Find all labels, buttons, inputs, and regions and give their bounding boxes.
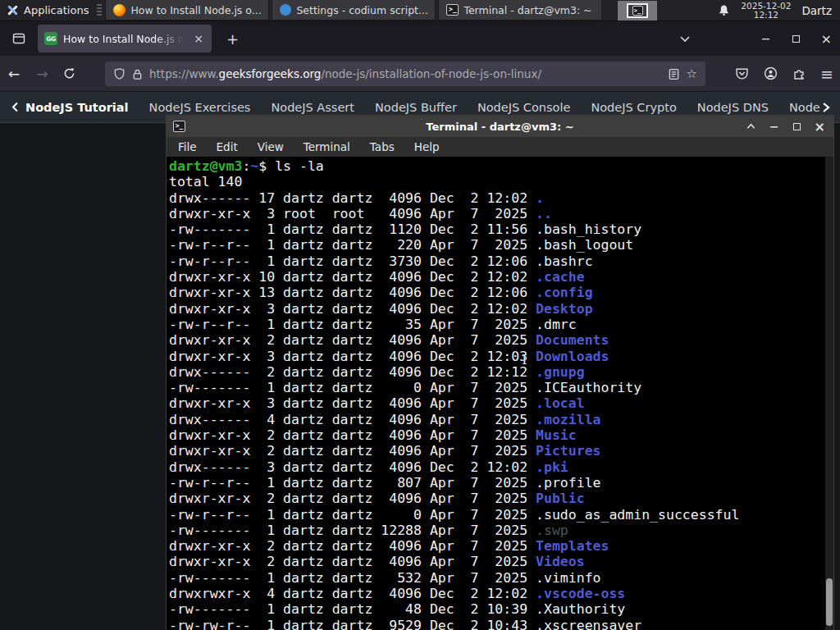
new-tab-button[interactable]: + — [220, 29, 245, 49]
window-minimize-button[interactable]: − — [761, 32, 771, 45]
terminal-prompt-line: dartz@vm3:~$ ls -la — [169, 158, 833, 174]
prompt-cwd: ~ — [250, 158, 258, 174]
terminal-menu-bar: File Edit View Terminal Tabs Help — [167, 137, 833, 157]
app-menu-hamburger-icon[interactable]: ≡ — [820, 65, 833, 83]
reader-mode-icon[interactable] — [668, 68, 680, 80]
terminal-listing: drwx------ 17 dartz dartz 4096 Dec 2 12:… — [169, 190, 833, 630]
tab-close-icon[interactable]: × — [192, 32, 205, 45]
terminal-scrollbar[interactable] — [825, 157, 833, 630]
terminal-window: >_ Terminal - dartz@vm3: ~ − × File Edit… — [166, 115, 834, 630]
menu-help[interactable]: Help — [414, 140, 440, 153]
mouse-text-cursor: I — [522, 351, 527, 368]
terminal-ls-row: -rw-rw-r-- 1 dartz dartz 9529 Dec 2 10:4… — [169, 618, 833, 630]
list-all-tabs-icon[interactable] — [679, 35, 691, 43]
terminal-ls-row: drwxr-xr-x 2 dartz dartz 4096 Apr 7 2025… — [169, 427, 833, 443]
nav-link-truncated[interactable]: Node — [789, 101, 830, 114]
terminal-ls-row: -rw------- 1 dartz dartz 1120 Dec 2 11:5… — [169, 221, 833, 237]
firefox-nav-toolbar: ← → https://www.geeksforgeeks.org/node-j… — [0, 56, 840, 92]
terminal-ls-row: -rw------- 1 dartz dartz 48 Dec 2 10:39 … — [169, 601, 833, 617]
terminal-ls-row: -rw-r--r-- 1 dartz dartz 807 Apr 7 2025 … — [169, 475, 833, 491]
nav-link-nodejs-dns[interactable]: NodeJS DNS — [697, 101, 769, 114]
bookmark-star-icon[interactable]: ☆ — [687, 66, 697, 81]
reload-button[interactable] — [57, 64, 82, 83]
panel-clock[interactable]: 2025-12-02 12:12 — [741, 2, 791, 20]
panel-grip — [97, 4, 102, 17]
menu-file[interactable]: File — [178, 140, 197, 153]
applications-menu-button[interactable]: Applications — [0, 0, 95, 21]
terminal-ls-row: drwx------ 2 dartz dartz 4096 Dec 2 12:1… — [169, 364, 833, 380]
applications-label: Applications — [24, 4, 89, 16]
terminal-ls-row: -rw------- 1 dartz dartz 12288 Apr 7 202… — [169, 523, 833, 538]
prompt-user-host: dartz@vm3 — [169, 158, 242, 174]
terminal-scrollbar-thumb[interactable] — [826, 578, 833, 626]
terminal-ls-row: drwxr-xr-x 2 dartz dartz 4096 Apr 7 2025… — [169, 332, 833, 348]
terminal-ls-row: -rw-r--r-- 1 dartz dartz 3730 Dec 2 12:0… — [169, 253, 833, 269]
terminal-output[interactable]: dartz@vm3:~$ ls -la total 140 drwx------… — [167, 157, 833, 630]
nav-link-nodejs-crypto[interactable]: NodeJS Crypto — [591, 101, 676, 114]
terminal-ls-row: drwxr-xr-x 2 dartz dartz 4096 Apr 7 2025… — [169, 491, 833, 506]
nav-link-nodejs-console[interactable]: NodeJS Console — [477, 101, 571, 114]
terminal-maximize-button[interactable] — [793, 123, 801, 130]
workspace-switcher[interactable]: >_ — [618, 1, 657, 21]
terminal-ls-row: drwxr-xr-x 10 dartz dartz 4096 Dec 2 12:… — [169, 269, 833, 285]
top-panel: Applications How to Install Node.js o...… — [0, 0, 840, 21]
menu-terminal[interactable]: Terminal — [304, 140, 350, 153]
terminal-ls-row: drwxr-xr-x 3 dartz dartz 4096 Apr 7 2025… — [169, 395, 833, 411]
back-button[interactable]: ← — [0, 62, 28, 85]
shade-window-icon[interactable] — [746, 123, 756, 130]
notification-bell-icon[interactable] — [718, 4, 730, 16]
menu-view[interactable]: View — [258, 140, 284, 153]
extensions-icon[interactable] — [792, 67, 806, 80]
nav-link-nodejs-buffer[interactable]: NodeJS Buffer — [375, 101, 457, 114]
prompt-command: $ ls -la — [258, 158, 323, 174]
terminal-icon: >_ — [173, 121, 185, 132]
applications-icon — [7, 4, 19, 16]
terminal-ls-row: drwxr-xr-x 2 dartz dartz 4096 Apr 7 2025… — [169, 538, 833, 554]
terminal-icon: >_ — [446, 4, 459, 16]
terminal-ls-row: drwxr-xr-x 2 dartz dartz 4096 Apr 7 2025… — [169, 443, 833, 459]
browser-tab-active[interactable]: GG How to Install Node.js on × — [38, 25, 212, 52]
terminal-close-button[interactable]: × — [815, 119, 825, 135]
nav-link-nodejs-tutorial[interactable]: NodeJS Tutorial — [11, 101, 129, 114]
terminal-total-line: total 140 — [169, 174, 833, 189]
nav-link-nodejs-assert[interactable]: NodeJS Assert — [271, 101, 354, 114]
terminal-ls-row: drwxr-xr-x 3 dartz dartz 4096 Dec 2 12:0… — [169, 301, 833, 317]
codium-icon — [280, 4, 291, 16]
terminal-ls-row: drwxr-xr-x 3 root root 4096 Apr 7 2025 .… — [169, 206, 833, 221]
terminal-ls-row: drwx------ 4 dartz dartz 4096 Apr 7 2025… — [169, 412, 833, 427]
taskbar-button-firefox[interactable]: How to Install Node.js o... — [105, 0, 269, 21]
nav-link-nodejs-exercises[interactable]: NodeJS Exercises — [149, 101, 251, 114]
terminal-window-controls: − × — [746, 119, 825, 135]
workspace-window-preview: >_ — [627, 3, 648, 18]
user-menu[interactable]: Dartz — [801, 4, 832, 17]
terminal-ls-row: drwx------ 3 dartz dartz 4096 Dec 2 12:0… — [169, 459, 833, 475]
tab-title: How to Install Node.js on — [63, 33, 186, 45]
terminal-ls-row: -rw------- 1 dartz dartz 0 Apr 7 2025 .I… — [169, 380, 833, 395]
taskbar-button-terminal[interactable]: >_ Terminal - dartz@vm3: ~ — [438, 0, 602, 21]
tabbar-right-controls: − × — [679, 31, 832, 47]
url-bar[interactable]: https://www.geeksforgeeks.org/node-js/in… — [105, 62, 705, 86]
window-close-button[interactable]: × — [821, 31, 832, 47]
taskbar-button-codium-settings[interactable]: Settings - codium script... — [272, 0, 436, 21]
terminal-ls-row: -rw-r--r-- 1 dartz dartz 35 Apr 7 2025 .… — [169, 317, 833, 332]
menu-edit[interactable]: Edit — [217, 140, 238, 153]
taskbar: How to Install Node.js o... Settings - c… — [105, 0, 602, 21]
firefox-view-button[interactable] — [7, 27, 31, 50]
toolbar-right-icons: ≡ — [735, 65, 833, 83]
terminal-ls-row: -rw-r--r-- 1 dartz dartz 0 Apr 7 2025 .s… — [169, 507, 833, 523]
pocket-icon[interactable] — [735, 66, 749, 80]
terminal-ls-row: drwx------ 17 dartz dartz 4096 Dec 2 12:… — [169, 190, 833, 206]
clock-time: 12:12 — [741, 11, 791, 20]
tracking-shield-icon[interactable] — [113, 67, 126, 80]
terminal-ls-row: -rw-r--r-- 1 dartz dartz 220 Apr 7 2025 … — [169, 237, 833, 253]
menu-tabs[interactable]: Tabs — [370, 140, 395, 153]
account-icon[interactable] — [764, 66, 778, 80]
terminal-minimize-button[interactable]: − — [769, 120, 779, 133]
terminal-title-bar[interactable]: >_ Terminal - dartz@vm3: ~ − × — [167, 116, 833, 137]
firefox-icon — [113, 4, 126, 16]
window-maximize-button[interactable] — [792, 35, 800, 43]
url-text: https://www.geeksforgeeks.org/node-js/in… — [149, 67, 661, 80]
lock-icon[interactable] — [132, 68, 143, 80]
forward-button[interactable]: → — [28, 62, 56, 85]
desktop: Applications How to Install Node.js o...… — [0, 0, 840, 630]
